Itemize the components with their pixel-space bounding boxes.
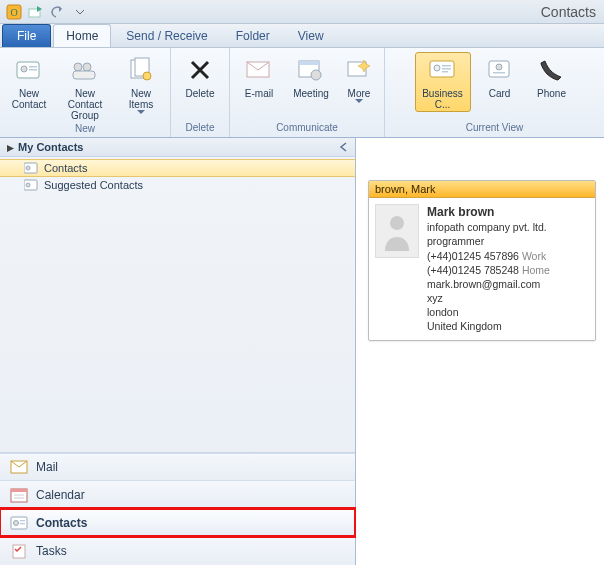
svg-rect-20 (442, 65, 451, 67)
svg-text:O: O (10, 7, 17, 18)
delete-label: Delete (186, 88, 215, 99)
svg-point-4 (21, 66, 27, 72)
tree-item-contacts[interactable]: Contacts (0, 159, 355, 177)
svg-point-7 (74, 63, 82, 71)
nav-tree: Contacts Suggested Contacts (0, 157, 355, 452)
nav-header-label: My Contacts (18, 141, 83, 153)
tasks-icon (10, 543, 28, 559)
svg-rect-15 (299, 61, 319, 65)
mail-icon (10, 460, 28, 474)
nav-section-label: Mail (36, 460, 58, 474)
phone-icon (536, 54, 568, 86)
calendar-icon (10, 487, 28, 503)
svg-point-29 (26, 183, 30, 187)
svg-point-12 (143, 72, 151, 80)
business-card-icon (427, 54, 459, 86)
ribbon: New Contact New Contact Group New Items … (0, 48, 604, 138)
svg-rect-22 (442, 71, 448, 73)
new-contact-button[interactable]: New Contact (6, 52, 52, 110)
tab-folder[interactable]: Folder (223, 24, 283, 47)
group-label-communicate: Communicate (276, 120, 338, 135)
outlook-app-icon[interactable]: O (4, 2, 24, 22)
calendar-people-icon (295, 54, 327, 86)
contact-addr2: london (427, 305, 550, 319)
svg-rect-37 (20, 520, 25, 521)
tab-file[interactable]: File (2, 24, 51, 47)
avatar (375, 204, 419, 258)
view-phone-label: Phone (537, 88, 566, 99)
new-items-button[interactable]: New Items (118, 52, 164, 115)
people-group-icon (69, 54, 101, 86)
view-business-label: Business C... (418, 88, 468, 110)
new-contact-label: New Contact (12, 88, 46, 110)
title-bar: O Contacts (0, 0, 604, 24)
ribbon-group-new: New Contact New Contact Group New Items … (0, 48, 171, 137)
svg-point-16 (311, 70, 321, 80)
window-title: Contacts (541, 4, 600, 20)
ribbon-group-communicate: E-mail Meeting More Communicate (230, 48, 385, 137)
nav-section-calendar[interactable]: Calendar (0, 480, 355, 509)
more-label: More (348, 88, 371, 99)
email-button[interactable]: E-mail (236, 52, 282, 99)
contact-card[interactable]: brown, Mark Mark brown infopath company … (368, 180, 596, 341)
tab-view[interactable]: View (285, 24, 337, 47)
expand-triangle-icon (6, 144, 15, 153)
person-card-icon (13, 54, 45, 86)
contact-card-header: brown, Mark (369, 181, 595, 198)
nav-section-tasks[interactable]: Tasks (0, 536, 355, 565)
contact-email: mark.brown@gmail.com (427, 277, 550, 291)
tab-send-receive[interactable]: Send / Receive (113, 24, 220, 47)
svg-rect-39 (13, 545, 25, 558)
tree-item-suggested-contacts[interactable]: Suggested Contacts (0, 177, 355, 193)
qat-send-receive-icon[interactable] (26, 2, 46, 22)
new-items-icon (125, 54, 157, 86)
contact-addr3: United Kingdom (427, 319, 550, 333)
svg-rect-5 (29, 66, 37, 68)
contact-company: infopath company pvt. ltd. (427, 220, 550, 234)
view-card-button[interactable]: Card (477, 52, 523, 99)
nav-sections: Mail Calendar Contacts Tasks (0, 452, 355, 565)
tree-item-label: Suggested Contacts (44, 179, 143, 191)
contact-phone-work: (+44)01245 457896 Work (427, 249, 550, 263)
svg-point-19 (434, 65, 440, 71)
new-contact-group-button[interactable]: New Contact Group (58, 52, 112, 121)
contacts-icon (10, 516, 28, 530)
collapse-chevron-icon[interactable] (339, 142, 349, 152)
qat-undo-icon[interactable] (48, 2, 68, 22)
new-items-label: New Items (129, 88, 153, 110)
more-button[interactable]: More (340, 52, 378, 104)
main-content: brown, Mark Mark brown infopath company … (356, 138, 604, 565)
nav-section-contacts[interactable]: Contacts (0, 509, 355, 536)
delete-button[interactable]: Delete (177, 52, 223, 99)
navigation-pane: My Contacts Contacts Suggested Contacts … (0, 138, 356, 565)
nav-section-mail[interactable]: Mail (0, 453, 355, 480)
contacts-folder-icon (24, 179, 38, 191)
delete-x-icon (184, 54, 216, 86)
svg-rect-21 (442, 68, 451, 70)
contact-title: programmer (427, 234, 550, 248)
svg-rect-9 (73, 71, 95, 79)
email-label: E-mail (245, 88, 273, 99)
body: My Contacts Contacts Suggested Contacts … (0, 138, 604, 565)
qat-dropdown-icon[interactable] (70, 2, 90, 22)
tab-home[interactable]: Home (53, 24, 111, 47)
meeting-button[interactable]: Meeting (288, 52, 334, 99)
view-phone-button[interactable]: Phone (529, 52, 575, 99)
new-contact-group-label: New Contact Group (58, 88, 112, 121)
svg-point-36 (14, 521, 19, 526)
contact-addr1: xyz (427, 291, 550, 305)
chevron-down-icon (137, 110, 145, 115)
ribbon-group-delete: Delete Delete (171, 48, 230, 137)
card-sparkle-icon (343, 54, 375, 86)
svg-point-24 (496, 64, 502, 70)
nav-header[interactable]: My Contacts (0, 138, 355, 157)
contact-name: Mark brown (427, 204, 550, 220)
chevron-down-icon (355, 99, 363, 104)
contact-info: Mark brown infopath company pvt. ltd. pr… (427, 204, 550, 334)
group-label-delete: Delete (186, 120, 215, 135)
ribbon-tabstrip: File Home Send / Receive Folder View (0, 24, 604, 48)
svg-rect-6 (29, 69, 37, 71)
meeting-label: Meeting (293, 88, 329, 99)
svg-point-40 (390, 216, 404, 230)
view-business-card-button[interactable]: Business C... (415, 52, 471, 112)
